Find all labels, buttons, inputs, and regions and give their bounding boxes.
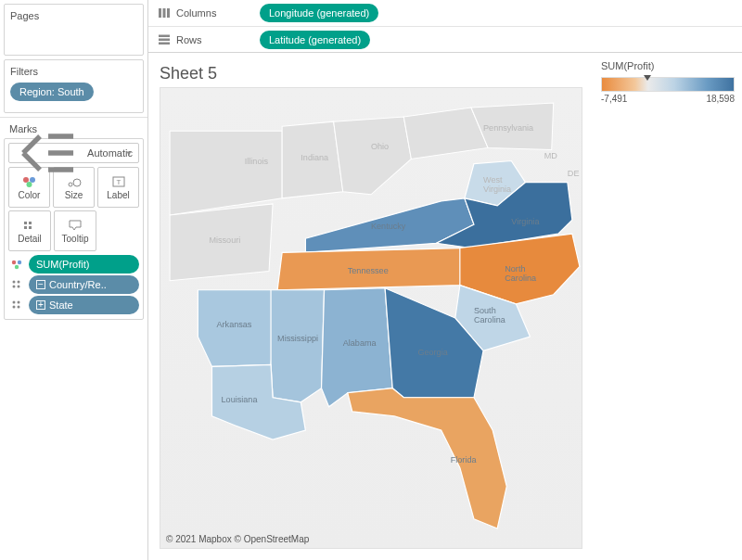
svg-text:Alabama: Alabama bbox=[343, 338, 377, 348]
svg-point-17 bbox=[18, 286, 20, 288]
svg-text:Kentucky: Kentucky bbox=[371, 222, 406, 231]
legend-midpoint-tick bbox=[644, 75, 651, 81]
svg-point-13 bbox=[15, 265, 19, 269]
svg-point-19 bbox=[18, 301, 20, 304]
size-label: Size bbox=[65, 190, 83, 200]
svg-rect-9 bbox=[24, 226, 27, 229]
color-legend[interactable]: SUM(Profit) -7,491 18,598 bbox=[594, 53, 742, 560]
rows-shelf[interactable]: Rows Latitude (generated) bbox=[148, 26, 742, 52]
svg-point-11 bbox=[12, 261, 16, 264]
tooltip-button[interactable]: Tooltip bbox=[54, 210, 96, 251]
marks-field-profit[interactable]: SUM(Profit) bbox=[8, 254, 139, 274]
svg-point-14 bbox=[13, 281, 16, 284]
minus-icon: − bbox=[36, 280, 45, 289]
plus-icon: + bbox=[36, 300, 45, 310]
filter-pill-region[interactable]: Region: South bbox=[10, 83, 94, 101]
svg-text:Virginia: Virginia bbox=[511, 217, 540, 226]
svg-rect-25 bbox=[159, 34, 170, 37]
state-mississippi[interactable] bbox=[271, 290, 325, 402]
pill-country[interactable]: −Country/Re.. bbox=[29, 275, 139, 294]
svg-point-12 bbox=[18, 261, 21, 264]
detail-icon bbox=[21, 219, 38, 232]
columns-icon bbox=[158, 6, 171, 19]
svg-text:Tennessee: Tennessee bbox=[348, 266, 389, 275]
svg-point-2 bbox=[26, 182, 32, 187]
svg-rect-7 bbox=[24, 222, 27, 224]
marks-type-dropdown[interactable]: Automatic ▼ bbox=[8, 143, 139, 163]
svg-text:DE: DE bbox=[568, 169, 580, 178]
detail-label: Detail bbox=[18, 234, 42, 244]
pill-sum-profit[interactable]: SUM(Profit) bbox=[29, 255, 139, 274]
svg-rect-23 bbox=[163, 8, 166, 18]
columns-label: Columns bbox=[176, 7, 216, 19]
svg-point-16 bbox=[13, 286, 16, 288]
columns-shelf[interactable]: Columns Longitude (generated) bbox=[148, 0, 742, 26]
marks-card: Automatic ▼ Color Size T Label bbox=[4, 138, 144, 320]
marks-field-state[interactable]: +State bbox=[8, 295, 139, 315]
svg-text:MD: MD bbox=[544, 151, 558, 160]
svg-point-18 bbox=[13, 301, 16, 304]
svg-point-15 bbox=[18, 281, 20, 284]
svg-text:Pennsylvania: Pennsylvania bbox=[483, 123, 534, 133]
svg-rect-27 bbox=[159, 42, 170, 45]
svg-text:Louisiana: Louisiana bbox=[222, 395, 259, 404]
legend-title: SUM(Profit) bbox=[601, 60, 735, 71]
svg-rect-24 bbox=[167, 8, 170, 18]
label-text: Label bbox=[107, 190, 129, 200]
color-icon bbox=[8, 258, 25, 271]
detail-button[interactable]: Detail bbox=[8, 210, 51, 251]
pages-shelf[interactable]: Pages bbox=[4, 4, 144, 56]
svg-rect-10 bbox=[29, 226, 32, 229]
columns-pill-longitude[interactable]: Longitude (generated) bbox=[260, 4, 378, 22]
rows-label: Rows bbox=[176, 34, 202, 45]
marks-field-country[interactable]: −Country/Re.. bbox=[8, 274, 139, 295]
detail-icon bbox=[8, 299, 25, 312]
filters-title: Filters bbox=[10, 66, 137, 77]
svg-point-21 bbox=[18, 306, 20, 309]
pill-state[interactable]: +State bbox=[29, 296, 139, 314]
state-florida[interactable] bbox=[348, 388, 507, 528]
map-attribution: © 2021 Mapbox © OpenStreetMap bbox=[166, 534, 309, 544]
svg-text:Florida: Florida bbox=[451, 455, 478, 465]
legend-min: -7,491 bbox=[601, 94, 627, 104]
svg-text:Indiana: Indiana bbox=[301, 154, 329, 163]
detail-icon bbox=[8, 278, 25, 291]
svg-rect-8 bbox=[29, 222, 32, 224]
label-button[interactable]: T Label bbox=[97, 167, 139, 208]
svg-text:T: T bbox=[116, 178, 121, 186]
automatic-icon bbox=[15, 128, 82, 178]
svg-text:Mississippi: Mississippi bbox=[277, 334, 318, 343]
tooltip-label: Tooltip bbox=[62, 234, 89, 244]
color-label: Color bbox=[19, 190, 41, 200]
svg-text:Illinois: Illinois bbox=[245, 157, 269, 166]
svg-point-20 bbox=[13, 306, 16, 309]
chevron-down-icon: ▼ bbox=[125, 149, 133, 158]
svg-text:Georgia: Georgia bbox=[417, 348, 448, 357]
rows-icon bbox=[158, 33, 171, 46]
svg-point-4 bbox=[73, 179, 81, 186]
sheet-title: Sheet 5 bbox=[160, 64, 582, 83]
legend-max: 18,598 bbox=[706, 94, 735, 104]
svg-text:Arkansas: Arkansas bbox=[217, 320, 252, 329]
map-viz[interactable]: Illinois Indiana Ohio Pennsylvania MD DE… bbox=[160, 87, 582, 549]
filters-shelf[interactable]: Filters Region: South bbox=[4, 59, 144, 113]
svg-rect-26 bbox=[159, 38, 170, 41]
svg-point-3 bbox=[69, 183, 72, 186]
svg-text:Ohio: Ohio bbox=[371, 142, 389, 151]
svg-text:Missouri: Missouri bbox=[209, 235, 240, 245]
pages-title: Pages bbox=[10, 10, 137, 21]
tooltip-icon bbox=[67, 219, 83, 232]
legend-gradient bbox=[601, 77, 735, 92]
label-icon: T bbox=[110, 175, 127, 188]
rows-pill-latitude[interactable]: Latitude (generated) bbox=[260, 31, 370, 49]
svg-rect-22 bbox=[159, 8, 161, 18]
